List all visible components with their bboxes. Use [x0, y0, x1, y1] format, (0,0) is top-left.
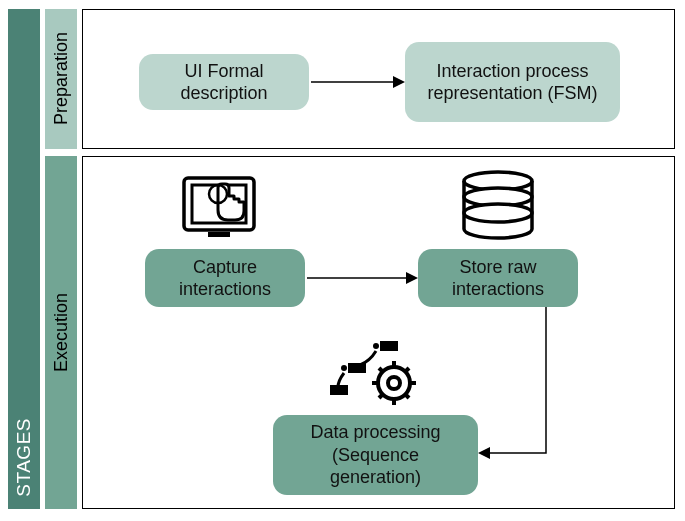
data-processing-icon [328, 337, 428, 415]
svg-line-18 [379, 368, 383, 372]
node-fsm: Interaction process representation (FSM) [405, 42, 620, 122]
node-capture: Capture interactions [145, 249, 305, 307]
svg-point-8 [464, 204, 532, 222]
touch-interaction-icon [178, 172, 268, 247]
arrow-capture-to-store [305, 265, 418, 291]
node-fsm-label: Interaction process representation (FSM) [417, 60, 608, 105]
svg-marker-26 [478, 447, 490, 459]
phase-label-execution: Execution [51, 293, 72, 372]
arrow-uiformal-to-fsm [309, 70, 405, 94]
svg-marker-1 [393, 76, 405, 88]
node-processing-label: Data processing (Sequence generation) [285, 421, 466, 489]
svg-point-25 [341, 365, 347, 371]
node-store-label: Store raw interactions [430, 256, 566, 301]
panel-execution: Capture interactions Store raw interacti… [82, 156, 675, 509]
svg-line-17 [405, 368, 409, 372]
svg-rect-4 [208, 232, 230, 237]
phase-bar-preparation: Preparation [45, 9, 77, 149]
database-icon [458, 169, 538, 247]
arrow-store-to-processing [476, 307, 566, 467]
svg-point-24 [373, 343, 379, 349]
panel-preparation: UI Formal description Interaction proces… [82, 9, 675, 149]
node-capture-label: Capture interactions [157, 256, 293, 301]
node-ui-formal-label: UI Formal description [151, 60, 297, 105]
phase-bar-execution: Execution [45, 156, 77, 509]
node-store: Store raw interactions [418, 249, 578, 307]
phase-label-preparation: Preparation [51, 32, 72, 125]
svg-line-20 [379, 394, 383, 398]
svg-marker-10 [406, 272, 418, 284]
node-ui-formal: UI Formal description [139, 54, 309, 110]
svg-point-12 [388, 377, 400, 389]
diagram-canvas: STAGES Preparation Execution UI Formal d… [0, 0, 685, 521]
stages-bar: STAGES [8, 9, 40, 509]
svg-rect-21 [380, 341, 398, 351]
svg-line-19 [405, 394, 409, 398]
node-processing: Data processing (Sequence generation) [273, 415, 478, 495]
stages-label: STAGES [13, 418, 35, 497]
